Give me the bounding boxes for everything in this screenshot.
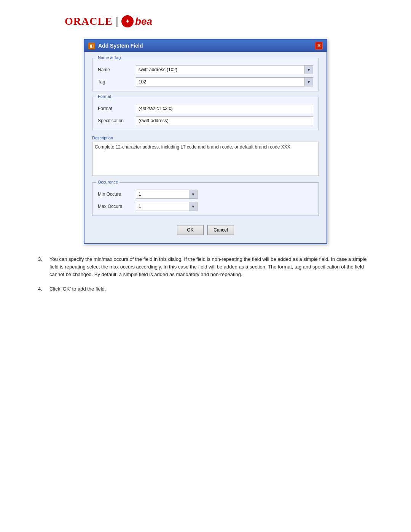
- tag-label: Tag: [98, 79, 136, 85]
- specification-input-wrap: [136, 116, 313, 125]
- dialog-title-icon: ◧: [88, 42, 95, 49]
- occurence-section: Occurence Min Occurs ▼ Max Occurs: [92, 182, 319, 216]
- name-input[interactable]: [136, 65, 305, 74]
- dialog-body: Name & Tag Name ▼ Tag: [84, 52, 327, 243]
- tag-field-row: Tag ▼: [98, 77, 313, 86]
- content-area: 3. You can specify the min/max occurs of…: [23, 256, 388, 293]
- min-occurs-dropdown-arrow[interactable]: ▼: [189, 190, 198, 199]
- max-occurs-wrap: ▼: [136, 202, 313, 211]
- oracle-logo-text: ORACLE: [65, 15, 113, 27]
- min-occurs-label: Min Occurs: [98, 192, 136, 197]
- max-occurs-row: Max Occurs ▼: [98, 202, 313, 211]
- dialog-wrapper: ◧ Add System Field ✕ Name & Tag Name ▼: [23, 39, 388, 244]
- tag-dropdown-icon: ▼: [307, 80, 311, 84]
- format-field-row: Format: [98, 104, 313, 113]
- item-number-3: 3.: [38, 256, 49, 278]
- format-label: Format: [98, 106, 136, 111]
- min-occurs-wrap: ▼: [136, 190, 313, 199]
- max-occurs-dropdown-icon: ▼: [191, 204, 195, 209]
- name-tag-section: Name & Tag Name ▼ Tag: [92, 58, 319, 91]
- specification-input[interactable]: [136, 116, 313, 125]
- name-label: Name: [98, 67, 136, 72]
- ok-button[interactable]: OK: [177, 225, 204, 235]
- dialog-close-button[interactable]: ✕: [315, 42, 323, 50]
- name-dropdown-arrow[interactable]: ▼: [305, 65, 313, 74]
- add-system-field-dialog: ◧ Add System Field ✕ Name & Tag Name ▼: [84, 39, 327, 244]
- format-input[interactable]: [136, 104, 313, 113]
- bea-icon: ✦: [121, 15, 134, 27]
- specification-label: Specification: [98, 118, 136, 123]
- specification-field-row: Specification: [98, 116, 313, 125]
- min-occurs-input[interactable]: [136, 190, 189, 199]
- max-occurs-label: Max Occurs: [98, 204, 136, 209]
- cancel-button[interactable]: Cancel: [207, 225, 234, 235]
- dialog-footer: OK Cancel: [92, 221, 319, 237]
- dialog-title-text: Add System Field: [98, 43, 143, 49]
- format-section: Format Format Specification: [92, 97, 319, 130]
- dialog-title-left: ◧ Add System Field: [88, 42, 143, 49]
- bea-logo-text: bea: [135, 16, 152, 27]
- max-occurs-dropdown-arrow[interactable]: ▼: [189, 202, 198, 211]
- description-section: Description: [92, 136, 319, 177]
- bea-logo: ✦ bea: [121, 15, 152, 27]
- format-input-wrap: [136, 104, 313, 113]
- logo-area: ORACLE | ✦ bea: [65, 15, 388, 27]
- tag-input-wrap: ▼: [136, 77, 313, 86]
- description-label: Description: [92, 136, 319, 140]
- item-text-4: Click ‘OK’ to add the field.: [49, 285, 106, 293]
- tag-dropdown-arrow[interactable]: ▼: [305, 77, 313, 86]
- item-text-3: You can specify the min/max occurs of th…: [49, 256, 373, 278]
- format-legend: Format: [96, 94, 113, 99]
- name-field-row: Name ▼: [98, 65, 313, 74]
- max-occurs-input[interactable]: [136, 202, 189, 211]
- list-item: 4. Click ‘OK’ to add the field.: [38, 285, 373, 293]
- logo-divider: |: [116, 15, 118, 27]
- dialog-titlebar: ◧ Add System Field ✕: [84, 40, 327, 52]
- min-occurs-dropdown-icon: ▼: [191, 192, 195, 197]
- description-textarea[interactable]: [92, 142, 319, 176]
- name-tag-legend: Name & Tag: [96, 55, 122, 60]
- list-item: 3. You can specify the min/max occurs of…: [38, 256, 373, 278]
- name-dropdown-icon: ▼: [307, 68, 311, 72]
- occurence-legend: Occurence: [96, 180, 119, 184]
- min-occurs-row: Min Occurs ▼: [98, 190, 313, 199]
- tag-input[interactable]: [136, 77, 305, 86]
- bea-icon-symbol: ✦: [125, 18, 130, 24]
- name-input-wrap: ▼: [136, 65, 313, 74]
- item-number-4: 4.: [38, 285, 49, 293]
